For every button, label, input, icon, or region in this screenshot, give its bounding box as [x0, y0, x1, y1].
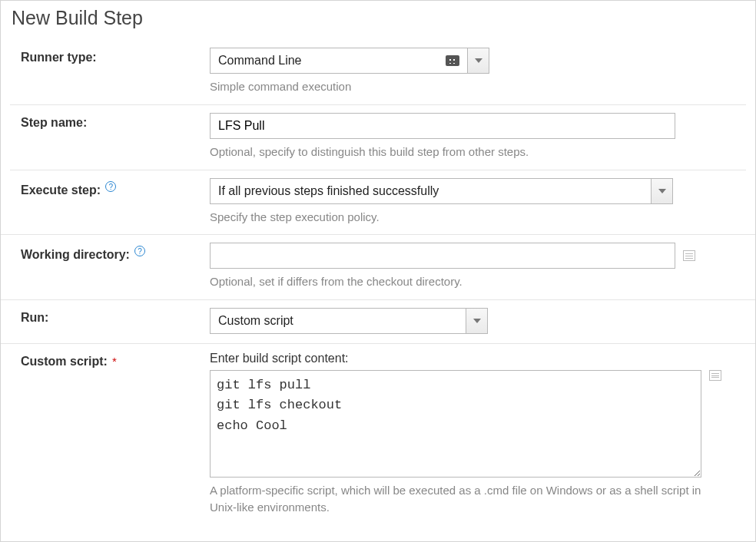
runner-type-value: Command Line: [218, 54, 302, 68]
required-asterisk: *: [112, 355, 117, 368]
row-step-name: Step name: Optional, specify to distingu…: [10, 105, 746, 170]
runner-type-hint: Simple command execution: [210, 78, 738, 95]
label-step-name: Step name:: [21, 116, 87, 129]
label-execute-step: Execute step:: [21, 183, 101, 197]
label-working-directory: Working directory:: [21, 248, 130, 261]
chevron-down-icon: [473, 319, 481, 323]
new-build-step-panel: New Build Step Runner type: Command Line…: [0, 0, 756, 542]
label-custom-script: Custom script:: [21, 355, 108, 368]
list-icon[interactable]: [709, 370, 721, 381]
custom-script-hint: A platform-specific script, which will b…: [210, 482, 717, 516]
custom-script-textarea[interactable]: [210, 370, 701, 478]
row-custom-script: Custom script: * Enter build script cont…: [10, 344, 746, 525]
chevron-down-icon: [475, 58, 482, 63]
row-runner-type: Runner type: Command Line Simple command…: [10, 40, 746, 105]
help-icon[interactable]: ?: [134, 246, 145, 256]
run-value: Custom script: [218, 314, 293, 328]
execute-step-value: If all previous steps finished successfu…: [218, 184, 439, 198]
help-icon[interactable]: ?: [105, 181, 116, 192]
list-icon[interactable]: [683, 250, 695, 261]
working-directory-hint: Optional, set if differs from the checko…: [210, 273, 738, 290]
run-dropdown-button[interactable]: [466, 308, 488, 334]
keyboard-icon: [446, 55, 459, 66]
label-run: Run:: [21, 311, 48, 324]
execute-step-hint: Specify the step execution policy.: [210, 209, 738, 226]
custom-script-prompt: Enter build script content:: [210, 352, 738, 365]
run-select[interactable]: Custom script: [210, 308, 488, 334]
chevron-down-icon: [658, 189, 666, 193]
label-runner-type: Runner type:: [21, 51, 97, 64]
row-execute-step: Execute step: ? If all previous steps fi…: [1, 170, 755, 236]
step-name-input[interactable]: [210, 113, 675, 139]
panel-title: New Build Step: [12, 7, 746, 29]
runner-type-select[interactable]: Command Line: [210, 48, 489, 74]
execute-step-select[interactable]: If all previous steps finished successfu…: [210, 178, 673, 204]
row-working-directory: Working directory: ? Optional, set if di…: [1, 235, 755, 300]
row-run: Run: Custom script: [1, 300, 755, 344]
execute-step-dropdown-button[interactable]: [652, 178, 673, 204]
runner-type-dropdown-button[interactable]: [468, 48, 489, 74]
step-name-hint: Optional, specify to distinguish this bu…: [210, 144, 738, 160]
working-directory-input[interactable]: [210, 243, 675, 269]
